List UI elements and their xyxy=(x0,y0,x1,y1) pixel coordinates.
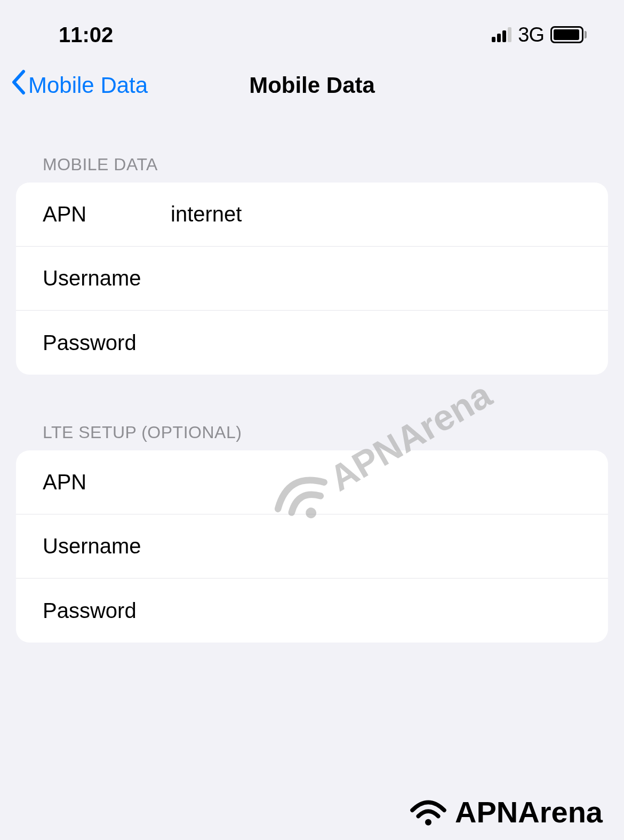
field-label-apn: APN xyxy=(43,202,171,226)
field-row-lte-apn[interactable]: APN xyxy=(16,450,608,514)
status-indicators: 3G xyxy=(492,23,587,46)
field-label-lte-apn: APN xyxy=(43,470,171,494)
section-group-lte-setup: APN Username Password xyxy=(16,450,608,643)
field-row-password[interactable]: Password xyxy=(16,311,608,375)
apn-input[interactable] xyxy=(171,202,581,226)
status-bar: 11:02 3G xyxy=(0,0,624,59)
field-row-lte-username[interactable]: Username xyxy=(16,514,608,579)
back-label: Mobile Data xyxy=(28,73,148,98)
network-type: 3G xyxy=(518,23,544,46)
field-row-username[interactable]: Username xyxy=(16,247,608,311)
username-input[interactable] xyxy=(171,266,581,290)
section-header-lte-setup: LTE SETUP (OPTIONAL) xyxy=(16,423,608,450)
lte-password-input[interactable] xyxy=(171,599,581,623)
section-group-mobile-data: APN Username Password xyxy=(16,183,608,375)
field-label-lte-password: Password xyxy=(43,599,171,623)
back-button[interactable]: Mobile Data xyxy=(11,69,148,101)
field-label-password: Password xyxy=(43,331,171,355)
battery-icon xyxy=(550,26,587,43)
cellular-signal-icon xyxy=(492,27,511,42)
chevron-left-icon xyxy=(11,69,26,101)
lte-apn-input[interactable] xyxy=(171,470,581,494)
status-time: 11:02 xyxy=(59,23,113,47)
wifi-icon xyxy=(407,796,450,828)
field-row-lte-password[interactable]: Password xyxy=(16,579,608,643)
password-input[interactable] xyxy=(171,331,581,355)
navigation-bar: Mobile Data Mobile Data xyxy=(0,59,624,112)
watermark-bottom-text: APNArena xyxy=(455,795,603,829)
watermark-bottom: APNArena xyxy=(407,795,603,829)
field-label-lte-username: Username xyxy=(43,534,171,558)
page-title: Mobile Data xyxy=(249,73,375,98)
field-label-username: Username xyxy=(43,266,171,290)
svg-point-1 xyxy=(425,819,431,825)
content-area: MOBILE DATA APN Username Password LTE SE… xyxy=(0,112,624,643)
lte-username-input[interactable] xyxy=(171,534,581,558)
section-header-mobile-data: MOBILE DATA xyxy=(16,155,608,183)
field-row-apn[interactable]: APN xyxy=(16,183,608,247)
